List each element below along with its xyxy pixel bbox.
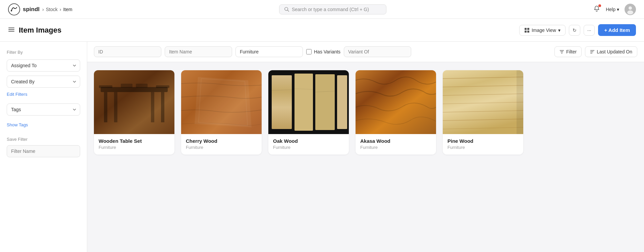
notification-button[interactable] xyxy=(593,5,600,14)
item-card-name: Oak Wood xyxy=(273,138,344,144)
edit-filters-link[interactable]: Edit Filters xyxy=(7,92,80,97)
item-card-body: Akasa Wood Furniture xyxy=(356,134,436,155)
sort-button[interactable]: Last Updated On xyxy=(585,46,637,57)
add-item-label: + Add Item xyxy=(604,27,630,33)
svg-rect-13 xyxy=(527,31,529,33)
avatar[interactable] xyxy=(625,4,636,15)
svg-rect-23 xyxy=(161,92,164,122)
has-variants-checkbox[interactable] xyxy=(306,49,312,54)
help-label: Help xyxy=(606,7,615,12)
svg-rect-28 xyxy=(121,84,132,88)
refresh-icon: ↻ xyxy=(573,28,577,33)
refresh-button[interactable]: ↻ xyxy=(569,25,580,36)
ellipsis-icon: ··· xyxy=(587,28,591,33)
svg-rect-36 xyxy=(315,74,335,130)
svg-point-5 xyxy=(629,6,632,10)
toolbar: Item Images Image View ▾ ↻ ··· + Add Ite… xyxy=(0,19,644,42)
save-filter-label: Save Filter xyxy=(7,137,80,142)
search-bar[interactable]: Search or type a command (Ctrl + G) xyxy=(279,4,386,14)
item-card-image xyxy=(443,70,523,134)
item-card-body: Pine Wood Furniture xyxy=(443,134,523,155)
breadcrumb-sep2: › xyxy=(60,7,61,12)
created-by-select[interactable]: Created By xyxy=(7,76,80,88)
filter-btn-label: Filter xyxy=(566,49,577,54)
content-area: Has Variants Filter Last Updated On xyxy=(87,42,644,252)
id-filter-input[interactable] xyxy=(94,46,161,57)
tags-select[interactable]: Tags xyxy=(7,103,80,116)
notification-dot xyxy=(598,4,601,7)
nav-right: Help ▾ xyxy=(593,4,636,15)
breadcrumb-sep1: › xyxy=(42,7,44,12)
breadcrumb: › Stock › Item xyxy=(42,7,72,12)
svg-line-3 xyxy=(287,10,289,11)
breadcrumb-item: Item xyxy=(63,7,72,12)
svg-rect-22 xyxy=(104,92,107,122)
item-name-filter-input[interactable] xyxy=(165,46,232,57)
item-card-body: Wooden Table Set Furniture xyxy=(94,134,174,155)
variant-of-filter-input[interactable] xyxy=(344,46,411,57)
sort-btn-label: Last Updated On xyxy=(597,49,632,54)
search-icon xyxy=(284,7,289,12)
item-card-body: Oak Wood Furniture xyxy=(268,134,349,155)
svg-point-0 xyxy=(8,4,20,15)
toolbar-right: Image View ▾ ↻ ··· + Add Item xyxy=(519,24,636,36)
item-card-name: Pine Wood xyxy=(447,138,519,144)
top-navigation: spindl › Stock › Item Search or type a c… xyxy=(0,0,644,19)
filter-icon xyxy=(559,49,564,54)
filter-bar: Has Variants Filter Last Updated On xyxy=(87,42,644,62)
svg-rect-50 xyxy=(517,70,523,134)
app-name: spindl xyxy=(23,6,40,13)
item-card[interactable]: Cherry Wood Furniture xyxy=(181,70,262,155)
breadcrumb-stock[interactable]: Stock xyxy=(46,7,58,12)
filter-by-label: Filter By xyxy=(7,50,80,55)
main-layout: Filter By Assigned To Created By Edit Fi… xyxy=(0,42,644,252)
show-tags-link[interactable]: Show Tags xyxy=(7,122,80,127)
svg-rect-27 xyxy=(156,85,169,88)
toolbar-left: Item Images xyxy=(8,26,61,35)
more-options-button[interactable]: ··· xyxy=(584,25,595,36)
filter-name-input[interactable] xyxy=(7,145,80,157)
svg-rect-26 xyxy=(99,85,112,88)
items-grid: Wooden Table Set Furniture Cherry Wood F… xyxy=(87,62,644,169)
item-card[interactable]: Akasa Wood Furniture xyxy=(356,70,436,155)
has-variants-group: Has Variants xyxy=(306,49,340,54)
item-card-image xyxy=(356,70,436,134)
help-chevron: ▾ xyxy=(617,7,619,12)
view-toggle-button[interactable]: Image View ▾ xyxy=(519,25,566,36)
nav-left: spindl › Stock › Item xyxy=(8,3,72,15)
add-item-button[interactable]: + Add Item xyxy=(598,24,636,36)
item-card-category: Furniture xyxy=(99,145,170,150)
svg-rect-25 xyxy=(151,92,154,122)
svg-point-6 xyxy=(627,10,633,14)
item-card-category: Furniture xyxy=(186,145,257,150)
item-card[interactable]: Pine Wood Furniture xyxy=(443,70,523,155)
nav-center: Search or type a command (Ctrl + G) xyxy=(72,4,593,14)
sidebar: Filter By Assigned To Created By Edit Fi… xyxy=(0,42,87,252)
svg-rect-34 xyxy=(272,75,292,129)
item-card-name: Wooden Table Set xyxy=(99,138,170,144)
menu-button[interactable] xyxy=(8,26,15,34)
item-card-image xyxy=(94,70,174,134)
item-card-name: Akasa Wood xyxy=(360,138,431,144)
grid-icon xyxy=(524,28,530,33)
view-label: Image View xyxy=(532,28,556,33)
assigned-to-select[interactable]: Assigned To xyxy=(7,59,80,72)
svg-rect-12 xyxy=(525,31,527,33)
item-card-category: Furniture xyxy=(360,145,431,150)
svg-marker-31 xyxy=(195,77,252,127)
has-variants-label: Has Variants xyxy=(314,49,340,54)
item-card[interactable]: Oak Wood Furniture xyxy=(268,70,349,155)
svg-rect-10 xyxy=(525,28,527,30)
page-title: Item Images xyxy=(19,26,61,35)
search-placeholder: Search or type a command (Ctrl + G) xyxy=(292,7,369,12)
item-card-category: Furniture xyxy=(447,145,519,150)
svg-rect-11 xyxy=(527,28,529,30)
logo[interactable]: spindl xyxy=(8,3,40,15)
item-card-image xyxy=(268,70,349,134)
sort-icon xyxy=(590,49,595,54)
item-card[interactable]: Wooden Table Set Furniture xyxy=(94,70,174,155)
svg-point-1 xyxy=(11,10,12,11)
filter-button[interactable]: Filter xyxy=(554,46,582,57)
help-button[interactable]: Help ▾ xyxy=(606,7,619,12)
category-filter-input[interactable] xyxy=(235,46,303,57)
